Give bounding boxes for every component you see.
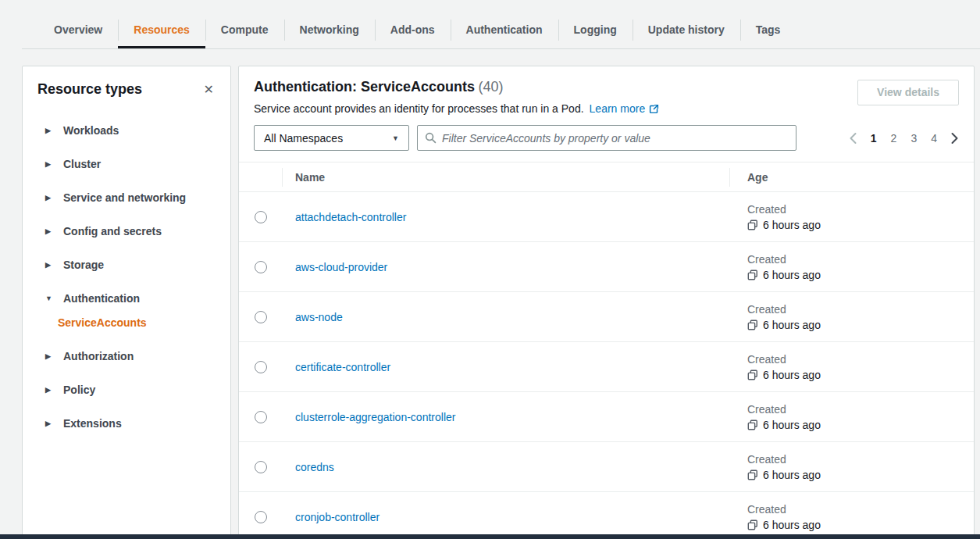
age-cell: Created 6 hours ago [729,303,974,331]
table-row: clusterrole-aggregation-controller Creat… [239,392,974,442]
service-account-link[interactable]: aws-cloud-provider [295,261,387,273]
chevron-right-icon: ▶ [45,227,54,235]
row-radio[interactable] [255,361,267,373]
service-account-link[interactable]: clusterrole-aggregation-controller [295,411,455,423]
resource-types-title: Resource types [37,81,142,98]
row-radio[interactable] [255,411,267,423]
page-number-3[interactable]: 3 [903,130,924,147]
row-radio[interactable] [255,261,267,273]
learn-more-link[interactable]: Learn more [590,102,660,115]
namespace-select[interactable]: All Namespaces ▼ [254,125,409,151]
age-cell: Created 6 hours ago [729,503,974,531]
age-text: 6 hours ago [763,369,821,381]
search-input[interactable] [442,132,789,145]
age-status: Created [747,353,974,366]
table-row: certificate-controller Created 6 hours a… [239,342,974,392]
sidebar-item-label: Storage [63,259,104,271]
tab-add-ons[interactable]: Add-ons [375,18,451,45]
service-account-link[interactable]: aws-node [295,311,343,323]
age-status: Created [747,453,974,466]
service-account-link[interactable]: certificate-controller [295,361,390,373]
chevron-right-icon: ▶ [45,419,54,427]
copy-icon [747,519,758,530]
learn-more-label: Learn more [590,102,646,115]
previous-page-button[interactable] [843,130,864,147]
tab-resources[interactable]: Resources [118,18,205,45]
filter-row: All Namespaces ▼ 1 2 3 4 [239,125,974,151]
age-text: 6 hours ago [763,519,821,531]
chevron-down-icon: ▼ [392,134,399,142]
row-radio[interactable] [255,211,267,223]
row-radio[interactable] [255,311,267,323]
age-text: 6 hours ago [763,419,821,431]
tab-networking[interactable]: Networking [284,18,375,45]
table-row: attachdetach-controller Created 6 hours … [239,192,974,242]
sidebar-item-label: Cluster [63,158,101,170]
table-row: cronjob-controller Created 6 hours ago [239,492,974,536]
copy-icon [747,469,758,480]
sidebar-item-serviceaccounts[interactable]: ServiceAccounts [23,310,230,335]
service-account-link[interactable]: coredns [295,461,334,473]
serviceaccounts-header: Authentication: ServiceAccounts (40) Vie… [239,66,974,115]
sidebar-item-storage[interactable]: ▶ Storage [23,248,230,281]
service-account-link[interactable]: cronjob-controller [295,511,380,523]
resource-count: (40) [479,79,504,95]
sidebar-item-extensions[interactable]: ▶ Extensions [23,406,230,440]
view-details-button[interactable]: View details [857,80,959,105]
sidebar-item-authorization[interactable]: ▶ Authorization [23,339,230,373]
description-text: Service account provides an identity for… [254,102,584,115]
description-row: Service account provides an identity for… [254,102,959,115]
row-radio[interactable] [255,511,267,523]
sidebar-item-label: Authentication [63,292,140,305]
sidebar-item-label: Workloads [63,124,119,137]
sidebar-item-label: Authorization [63,350,134,362]
chevron-right-icon: ▶ [45,352,54,360]
external-link-icon [649,104,659,114]
sidebar-item-policy[interactable]: ▶ Policy [23,373,230,406]
sidebar-item-cluster[interactable]: ▶ Cluster [23,147,230,180]
age-status: Created [747,253,974,266]
tab-overview[interactable]: Overview [38,18,118,45]
age-cell: Created 6 hours ago [729,353,974,381]
age-text: 6 hours ago [763,269,821,281]
age-status: Created [747,403,974,416]
next-page-button[interactable] [944,130,965,147]
age-cell: Created 6 hours ago [729,403,974,431]
chevron-left-icon [849,132,857,145]
page-number-2[interactable]: 2 [884,130,904,147]
page-number-1[interactable]: 1 [864,130,884,147]
tab-update-history[interactable]: Update history [633,18,740,45]
chevron-right-icon: ▶ [45,127,54,134]
resource-types-panel: Resource types ✕ ▶ Workloads ▶ Cluster ▶… [22,66,231,536]
eks-cluster-page: Overview Resources Compute Networking Ad… [0,0,980,539]
tab-tags[interactable]: Tags [740,18,796,45]
resource-types-list: ▶ Workloads ▶ Cluster ▶ Service and netw… [23,109,230,440]
table-header-row: Name Age [239,162,974,192]
search-icon [425,132,437,144]
page-number-4[interactable]: 4 [924,130,944,147]
age-cell: Created 6 hours ago [729,203,974,231]
sidebar-item-service-and-networking[interactable]: ▶ Service and networking [23,180,230,214]
namespace-select-value: All Namespaces [264,132,343,145]
tab-logging[interactable]: Logging [558,18,633,45]
close-icon[interactable]: ✕ [201,82,217,98]
search-box [417,125,796,151]
sidebar-item-label: Config and secrets [63,225,162,237]
copy-icon [747,369,758,380]
copy-icon [747,319,758,330]
copy-icon [747,419,758,430]
age-cell: Created 6 hours ago [729,453,974,481]
chevron-right-icon: ▶ [45,261,54,269]
age-cell: Created 6 hours ago [729,253,974,281]
row-radio[interactable] [255,461,267,473]
tabs-divider [22,48,980,49]
sidebar-item-workloads[interactable]: ▶ Workloads [23,113,230,147]
tab-compute[interactable]: Compute [205,18,284,45]
sidebar-item-config-and-secrets[interactable]: ▶ Config and secrets [23,214,230,248]
tab-authentication[interactable]: Authentication [451,18,558,45]
sidebar-item-label: Extensions [63,417,122,430]
sidebar-item-label: ServiceAccounts [58,316,147,329]
table-row: aws-node Created 6 hours ago [239,292,974,342]
service-account-link[interactable]: attachdetach-controller [295,211,406,223]
age-text: 6 hours ago [763,469,821,481]
